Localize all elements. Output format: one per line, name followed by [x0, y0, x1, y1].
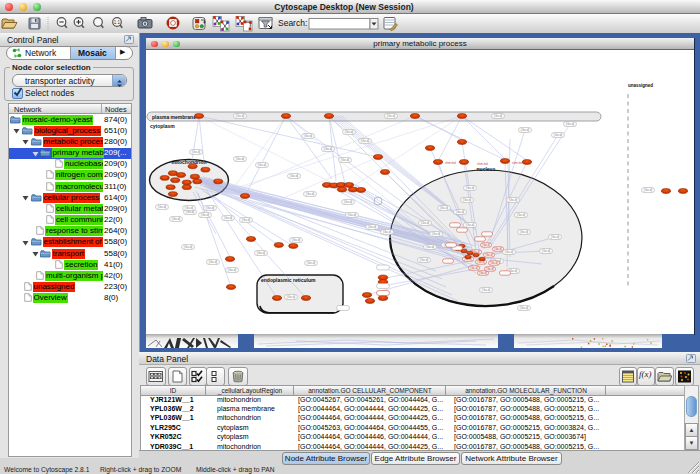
svg-text:[Go-d]: [Go-d] — [172, 217, 181, 221]
svg-text:[Go-d]: [Go-d] — [479, 271, 487, 275]
svg-text:[Go-d]: [Go-d] — [206, 206, 215, 210]
svg-text:[Go-d]: [Go-d] — [466, 223, 475, 227]
svg-text:[Go-d]: [Go-d] — [307, 261, 316, 265]
svg-text:[Go-d]: [Go-d] — [520, 306, 529, 310]
svg-text:chm-lnd: chm-lnd — [477, 162, 488, 166]
svg-text:[Go-d]: [Go-d] — [324, 147, 333, 151]
svg-text:[Go-d]: [Go-d] — [426, 245, 435, 249]
svg-text:[Go-d]: [Go-d] — [482, 243, 490, 247]
svg-text:chm-lnd: chm-lnd — [512, 161, 523, 165]
svg-text:[Go-d]: [Go-d] — [517, 213, 526, 217]
svg-text:[Go-d]: [Go-d] — [542, 249, 551, 253]
svg-text:[Go-d]: [Go-d] — [258, 163, 267, 167]
svg-text:[Go-d]: [Go-d] — [361, 139, 370, 143]
svg-text:unassigned: unassigned — [628, 83, 653, 88]
svg-text:chm-lnd: chm-lnd — [445, 161, 456, 165]
svg-text:[Go-d]: [Go-d] — [456, 210, 465, 214]
svg-text:[Go-d]: [Go-d] — [482, 288, 491, 292]
svg-text:[Go-d]: [Go-d] — [242, 218, 251, 222]
svg-text:[Go-d]: [Go-d] — [236, 157, 245, 161]
svg-text:[Go-d]: [Go-d] — [201, 213, 210, 217]
svg-text:cytoplasm: cytoplasm — [150, 123, 175, 129]
svg-text:[Go-d]: [Go-d] — [292, 238, 301, 242]
svg-text:[Go-d]: [Go-d] — [185, 206, 194, 210]
svg-text:[Go-d]: [Go-d] — [566, 122, 575, 126]
svg-text:[Go-d]: [Go-d] — [551, 235, 560, 239]
svg-text:[Go-d]: [Go-d] — [287, 295, 296, 299]
svg-text:[Go-d]: [Go-d] — [290, 174, 299, 178]
svg-text:[Go-d]: [Go-d] — [158, 205, 167, 209]
svg-text:[Go-d]: [Go-d] — [466, 186, 475, 190]
svg-text:[Go-d]: [Go-d] — [184, 245, 193, 249]
svg-text:[Go-d]: [Go-d] — [494, 247, 502, 251]
svg-text:plasma membrane: plasma membrane — [152, 114, 196, 120]
svg-text:[Go-d]: [Go-d] — [490, 261, 498, 265]
svg-text:[Go-d]: [Go-d] — [486, 267, 494, 271]
svg-text:1:1: 1:1 — [114, 20, 121, 25]
svg-text:[Go-d]: [Go-d] — [192, 150, 201, 154]
svg-text:[Go-d]: [Go-d] — [224, 216, 233, 220]
svg-text:nucleus: nucleus — [477, 166, 496, 172]
svg-text:[Go-d]: [Go-d] — [644, 188, 653, 192]
svg-text:[Go-d]: [Go-d] — [470, 266, 478, 270]
svg-text:[Go-d]: [Go-d] — [368, 225, 377, 229]
svg-text:[Go-d]: [Go-d] — [257, 251, 266, 255]
svg-text:[Go-d]: [Go-d] — [463, 198, 472, 202]
svg-text:[Go-d]: [Go-d] — [485, 253, 493, 257]
svg-text:[Go-d]: [Go-d] — [520, 230, 529, 234]
svg-text:mitochondrion: mitochondrion — [172, 159, 207, 165]
svg-text:[Go-d]: [Go-d] — [432, 232, 441, 236]
svg-text:[Go-d]: [Go-d] — [505, 250, 514, 254]
svg-text:[Go-d]: [Go-d] — [341, 158, 350, 162]
svg-text:[Go-d]: [Go-d] — [209, 260, 218, 264]
svg-text:[Go-d]: [Go-d] — [494, 114, 503, 118]
svg-text:[Go-d]: [Go-d] — [509, 198, 518, 202]
svg-text:Search:: Search: — [278, 18, 307, 28]
svg-text:[Go-d]: [Go-d] — [344, 200, 353, 204]
svg-text:[Go-d]: [Go-d] — [521, 128, 530, 132]
svg-text:[Go-d]: [Go-d] — [554, 133, 563, 137]
svg-text:[Go-d]: [Go-d] — [421, 221, 430, 225]
svg-text:[Go-d]: [Go-d] — [420, 258, 429, 262]
svg-text:[Go-d]: [Go-d] — [306, 192, 315, 196]
svg-text:[Go-d]: [Go-d] — [383, 230, 392, 234]
svg-text:[Go-d]: [Go-d] — [345, 130, 354, 134]
svg-text:[Go-d]: [Go-d] — [186, 210, 195, 214]
svg-text:[Go-d]: [Go-d] — [228, 268, 237, 272]
svg-text:endoplasmic reticulum: endoplasmic reticulum — [261, 277, 316, 283]
svg-text:[Go-d]: [Go-d] — [387, 114, 396, 118]
svg-text:[Go-d]: [Go-d] — [440, 206, 449, 210]
svg-text:[Go-d]: [Go-d] — [304, 134, 313, 138]
svg-text:[Go-d]: [Go-d] — [236, 114, 245, 118]
svg-text:[Go-d]: [Go-d] — [348, 213, 357, 217]
